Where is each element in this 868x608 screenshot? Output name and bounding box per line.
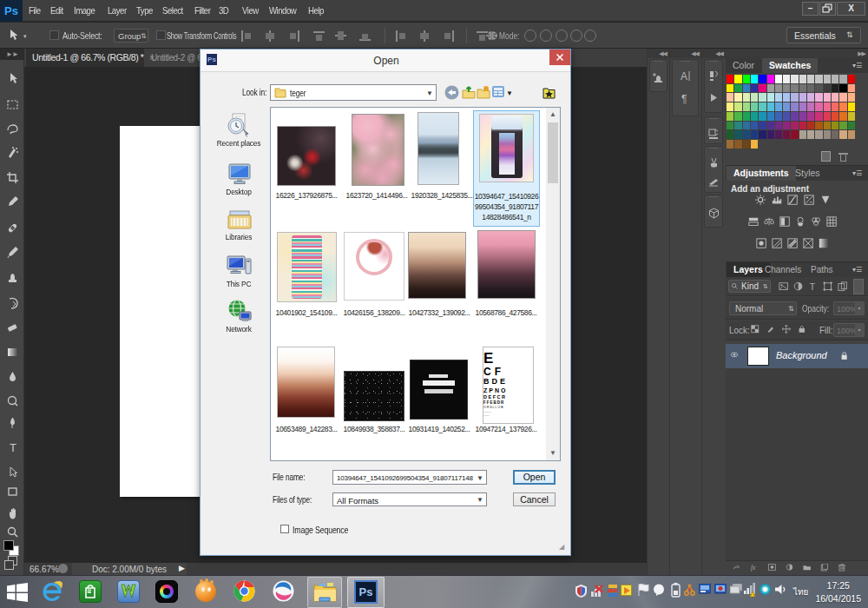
svg-text:A: A <box>681 70 687 83</box>
svg-text:fx: fx <box>751 564 756 572</box>
svg-text:¶: ¶ <box>681 93 687 105</box>
svg-text:T: T <box>10 441 16 454</box>
svg-text:T: T <box>810 282 816 292</box>
